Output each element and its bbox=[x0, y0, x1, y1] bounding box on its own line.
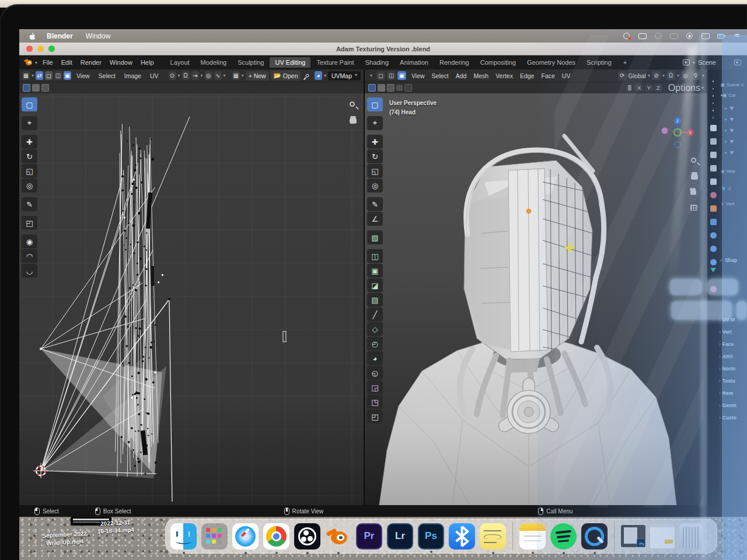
apple-logo-icon[interactable] bbox=[29, 32, 36, 40]
tool-cursor[interactable]: ⌖ bbox=[367, 116, 383, 130]
overlay-toggle-icon[interactable] bbox=[368, 84, 376, 92]
tool-edge-slide[interactable]: ◵ bbox=[367, 366, 383, 380]
navigation-gizmo[interactable]: Z X bbox=[661, 116, 694, 149]
properties-tab-scene[interactable] bbox=[710, 178, 717, 185]
dock-safari[interactable] bbox=[232, 523, 259, 550]
uv-select-face-icon[interactable]: ▣ bbox=[64, 71, 71, 80]
battery-charging-icon[interactable] bbox=[717, 33, 725, 40]
uv-select-vertex-icon[interactable]: ◻ bbox=[45, 71, 53, 80]
open-image-button[interactable]: 📂Open bbox=[271, 71, 301, 80]
tool-extrude-region[interactable]: ◫ bbox=[367, 249, 383, 263]
tool-rotate[interactable]: ↻ bbox=[22, 149, 37, 163]
pivot-point-dropdown[interactable]: ⊙ bbox=[169, 71, 176, 80]
sidecar-display-icon[interactable] bbox=[638, 33, 647, 40]
obs-recording-icon[interactable] bbox=[623, 33, 631, 40]
zoom-icon[interactable] bbox=[690, 156, 700, 166]
tool-poly-build[interactable]: ◇ bbox=[367, 322, 383, 336]
outliner-mesh-item[interactable]: ▸ bbox=[725, 117, 735, 122]
dock-bluetooth[interactable] bbox=[449, 523, 475, 550]
tool-move[interactable]: ✚ bbox=[367, 135, 383, 149]
viewport-menu-vertex[interactable]: Vertex bbox=[492, 71, 516, 80]
section-vert[interactable]: ›Vert bbox=[719, 329, 732, 335]
workspace-tab-geometry-nodes[interactable]: Geometry Nodes bbox=[522, 57, 581, 68]
display-channels-dropdown[interactable]: ◕ bbox=[315, 71, 322, 80]
falloff-curve-dropdown[interactable]: ∿ bbox=[214, 71, 222, 80]
section-face[interactable]: ›Face bbox=[719, 341, 734, 347]
tool-bevel[interactable]: ◪ bbox=[367, 278, 383, 292]
properties-tab-particles[interactable] bbox=[710, 232, 717, 239]
tool-scale[interactable]: ◱ bbox=[367, 164, 383, 178]
editor-type-dropdown[interactable]: ▾ bbox=[368, 73, 375, 78]
select-mode-edge-icon[interactable]: ◫ bbox=[387, 71, 396, 80]
tool-rip-region[interactable]: ◰ bbox=[22, 216, 37, 230]
uv-menu-image[interactable]: Image bbox=[121, 71, 145, 80]
blender-logo-icon[interactable] bbox=[24, 58, 33, 67]
properties-tab-constraints[interactable] bbox=[710, 259, 717, 265]
active-app-name[interactable]: Blender bbox=[47, 32, 73, 40]
tool-cursor[interactable]: ⌖ bbox=[22, 116, 37, 130]
panel-row[interactable]: ∨Vert bbox=[721, 201, 734, 206]
outliner-mesh-item[interactable]: ▸ bbox=[725, 106, 735, 111]
select-mode-vertex-icon[interactable]: ◻ bbox=[376, 71, 385, 80]
tool-knife[interactable]: ╱ bbox=[367, 307, 383, 321]
wifi-icon[interactable] bbox=[733, 33, 741, 40]
properties-tab-physics[interactable] bbox=[710, 246, 717, 252]
play-circle-icon[interactable] bbox=[686, 33, 694, 40]
dock-chrome[interactable] bbox=[263, 523, 289, 550]
section-attri[interactable]: ›Attri bbox=[719, 354, 732, 359]
tool-annotate[interactable]: ✎ bbox=[367, 197, 383, 211]
topbar-menu-window[interactable]: Window bbox=[106, 58, 137, 67]
uv-menu-view[interactable]: View bbox=[73, 71, 93, 80]
editor-type-dropdown[interactable]: ▦ bbox=[22, 71, 30, 80]
properties-tab-object[interactable] bbox=[710, 205, 717, 212]
tool-annotate[interactable]: ✎ bbox=[22, 197, 37, 211]
outliner-mesh-item[interactable]: ▸ bbox=[725, 128, 735, 133]
snapping-toggle-icon[interactable]: ⊘ bbox=[652, 71, 661, 80]
topbar-menu-help[interactable]: Help bbox=[137, 58, 158, 67]
properties-tab-output[interactable] bbox=[710, 152, 717, 158]
scene-selector[interactable]: Scene bbox=[698, 59, 716, 66]
uv-canvas[interactable]: ▢⌖✚↻◱◎✎◰◉◠◡ bbox=[19, 93, 364, 505]
tool-pinch[interactable]: ◡ bbox=[22, 264, 37, 278]
workspace-tab-shading[interactable]: Shading bbox=[360, 57, 394, 68]
tool-spin[interactable]: ◴ bbox=[367, 337, 383, 351]
properties-tab-modifiers[interactable] bbox=[710, 219, 717, 225]
dock-lightroom[interactable]: Lr bbox=[387, 523, 413, 550]
viewport-menu-face[interactable]: Face bbox=[537, 71, 558, 80]
viewport-menu-edge[interactable]: Edge bbox=[516, 71, 538, 80]
window-manager-icon[interactable] bbox=[701, 33, 710, 40]
dock-blender[interactable] bbox=[325, 523, 351, 550]
viewport-menu-view[interactable]: View bbox=[408, 71, 428, 80]
uvmap-selector[interactable]: UVMap▾ bbox=[328, 71, 361, 80]
viewport-menu-select[interactable]: Select bbox=[428, 71, 452, 80]
uv-island-mode-icon[interactable] bbox=[23, 84, 30, 92]
handoff-icon[interactable] bbox=[654, 33, 662, 40]
workspace-tab-sculpting[interactable]: Sculpting bbox=[232, 57, 269, 68]
properties-tab-world[interactable] bbox=[710, 192, 717, 198]
topbar-menu-edit[interactable]: Edit bbox=[57, 58, 76, 67]
uv-menu-uv[interactable]: UV bbox=[146, 71, 162, 80]
dock-spotify[interactable] bbox=[550, 523, 577, 550]
tool-grab[interactable]: ◉ bbox=[22, 235, 37, 249]
dock-trash[interactable] bbox=[679, 523, 703, 550]
section-geom[interactable]: ›Geom bbox=[719, 402, 736, 408]
properties-tab-tool[interactable] bbox=[710, 125, 717, 131]
properties-tab-view-layer[interactable] bbox=[710, 165, 717, 172]
dock-quicktime[interactable] bbox=[581, 523, 608, 550]
tool-rip-region[interactable]: ◰ bbox=[367, 410, 383, 424]
uv-sync-selection-toggle[interactable]: ⇄ bbox=[36, 71, 43, 80]
pin-icon[interactable] bbox=[305, 73, 310, 78]
tool-select-box[interactable]: ▢ bbox=[367, 97, 383, 111]
section-textu[interactable]: ›Textu bbox=[719, 378, 735, 384]
camera-view-icon[interactable] bbox=[690, 188, 700, 198]
pan-hand-icon[interactable] bbox=[348, 116, 358, 126]
proportional-editing-icon[interactable]: ◎ bbox=[681, 71, 690, 80]
outliner-item[interactable]: ▾▦Col bbox=[721, 93, 735, 98]
workspace-tab-modeling[interactable]: Modeling bbox=[196, 57, 232, 68]
tool-inset-faces[interactable]: ▣ bbox=[367, 264, 383, 278]
outliner-item[interactable]: ▦Scene C bbox=[721, 82, 744, 88]
dock-launchpad[interactable] bbox=[201, 523, 228, 550]
image-browse-icon[interactable]: ▦ bbox=[232, 71, 240, 80]
shading-solid-icon[interactable] bbox=[387, 84, 395, 92]
options-dropdown[interactable]: Options bbox=[668, 83, 700, 93]
